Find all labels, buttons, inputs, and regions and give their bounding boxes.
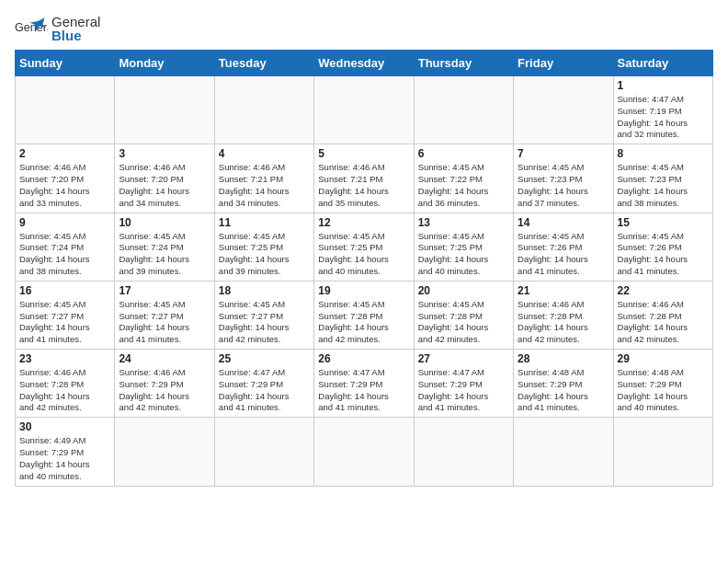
day-cell: 30Sunrise: 4:49 AM Sunset: 7:29 PM Dayli…	[16, 418, 115, 486]
header-row: SundayMondayTuesdayWednesdayThursdayFrid…	[16, 51, 713, 76]
calendar-header: SundayMondayTuesdayWednesdayThursdayFrid…	[16, 51, 713, 76]
day-cell: 11Sunrise: 4:45 AM Sunset: 7:25 PM Dayli…	[214, 213, 313, 281]
day-cell: 19Sunrise: 4:45 AM Sunset: 7:28 PM Dayli…	[314, 281, 414, 349]
day-info: Sunrise: 4:45 AM Sunset: 7:26 PM Dayligh…	[618, 231, 709, 278]
day-cell	[16, 76, 115, 144]
day-cell	[414, 418, 513, 486]
logo-text-blue: Blue	[51, 29, 100, 42]
day-info: Sunrise: 4:45 AM Sunset: 7:27 PM Dayligh…	[119, 299, 210, 346]
header: General General Blue	[15, 15, 713, 42]
day-cell: 28Sunrise: 4:48 AM Sunset: 7:29 PM Dayli…	[514, 350, 613, 418]
day-number: 29	[618, 352, 709, 365]
day-cell: 18Sunrise: 4:45 AM Sunset: 7:27 PM Dayli…	[214, 281, 313, 349]
day-number: 18	[219, 284, 310, 297]
day-info: Sunrise: 4:46 AM Sunset: 7:28 PM Dayligh…	[518, 299, 609, 346]
day-info: Sunrise: 4:45 AM Sunset: 7:27 PM Dayligh…	[219, 299, 310, 346]
day-cell: 13Sunrise: 4:45 AM Sunset: 7:25 PM Dayli…	[414, 213, 513, 281]
day-number: 9	[19, 216, 110, 229]
header-cell-saturday: Saturday	[613, 51, 712, 76]
day-cell: 2Sunrise: 4:46 AM Sunset: 7:20 PM Daylig…	[16, 144, 115, 213]
week-row-3: 16Sunrise: 4:45 AM Sunset: 7:27 PM Dayli…	[16, 281, 713, 349]
day-cell: 14Sunrise: 4:45 AM Sunset: 7:26 PM Dayli…	[514, 213, 613, 281]
day-cell: 24Sunrise: 4:46 AM Sunset: 7:29 PM Dayli…	[115, 350, 214, 418]
day-number: 3	[119, 147, 210, 160]
day-cell	[514, 76, 613, 144]
day-cell: 15Sunrise: 4:45 AM Sunset: 7:26 PM Dayli…	[613, 213, 712, 281]
day-info: Sunrise: 4:45 AM Sunset: 7:25 PM Dayligh…	[318, 231, 409, 278]
day-info: Sunrise: 4:46 AM Sunset: 7:20 PM Dayligh…	[119, 162, 210, 209]
day-info: Sunrise: 4:46 AM Sunset: 7:20 PM Dayligh…	[19, 162, 110, 209]
day-number: 5	[318, 147, 409, 160]
day-number: 22	[618, 284, 709, 297]
day-info: Sunrise: 4:47 AM Sunset: 7:29 PM Dayligh…	[219, 367, 310, 414]
day-number: 21	[518, 284, 609, 297]
day-number: 20	[418, 284, 509, 297]
day-info: Sunrise: 4:46 AM Sunset: 7:21 PM Dayligh…	[219, 162, 310, 209]
day-number: 17	[119, 284, 210, 297]
day-cell	[214, 418, 313, 486]
day-number: 7	[518, 147, 609, 160]
day-number: 16	[19, 284, 110, 297]
day-info: Sunrise: 4:45 AM Sunset: 7:23 PM Dayligh…	[618, 162, 709, 209]
day-info: Sunrise: 4:47 AM Sunset: 7:19 PM Dayligh…	[618, 94, 709, 141]
day-cell: 21Sunrise: 4:46 AM Sunset: 7:28 PM Dayli…	[514, 281, 613, 349]
day-number: 28	[518, 352, 609, 365]
logo: General General Blue	[15, 15, 100, 42]
day-info: Sunrise: 4:46 AM Sunset: 7:29 PM Dayligh…	[119, 367, 210, 414]
day-cell: 9Sunrise: 4:45 AM Sunset: 7:24 PM Daylig…	[16, 213, 115, 281]
day-cell: 6Sunrise: 4:45 AM Sunset: 7:22 PM Daylig…	[414, 144, 513, 213]
day-number: 6	[418, 147, 509, 160]
day-cell: 4Sunrise: 4:46 AM Sunset: 7:21 PM Daylig…	[214, 144, 313, 213]
day-cell: 12Sunrise: 4:45 AM Sunset: 7:25 PM Dayli…	[314, 213, 414, 281]
day-cell: 10Sunrise: 4:45 AM Sunset: 7:24 PM Dayli…	[115, 213, 214, 281]
day-number: 12	[318, 216, 409, 229]
day-number: 14	[518, 216, 609, 229]
day-info: Sunrise: 4:46 AM Sunset: 7:28 PM Dayligh…	[618, 299, 709, 346]
header-cell-friday: Friday	[514, 51, 613, 76]
day-info: Sunrise: 4:47 AM Sunset: 7:29 PM Dayligh…	[318, 367, 409, 414]
day-cell: 5Sunrise: 4:46 AM Sunset: 7:21 PM Daylig…	[314, 144, 414, 213]
day-cell: 27Sunrise: 4:47 AM Sunset: 7:29 PM Dayli…	[414, 350, 513, 418]
day-cell	[613, 418, 712, 486]
day-cell: 25Sunrise: 4:47 AM Sunset: 7:29 PM Dayli…	[214, 350, 313, 418]
day-info: Sunrise: 4:45 AM Sunset: 7:25 PM Dayligh…	[418, 231, 509, 278]
week-row-4: 23Sunrise: 4:46 AM Sunset: 7:28 PM Dayli…	[16, 350, 713, 418]
calendar-table: SundayMondayTuesdayWednesdayThursdayFrid…	[15, 50, 713, 487]
day-info: Sunrise: 4:45 AM Sunset: 7:28 PM Dayligh…	[318, 299, 409, 346]
day-cell: 17Sunrise: 4:45 AM Sunset: 7:27 PM Dayli…	[115, 281, 214, 349]
header-cell-thursday: Thursday	[414, 51, 513, 76]
day-cell	[214, 76, 313, 144]
day-info: Sunrise: 4:45 AM Sunset: 7:26 PM Dayligh…	[518, 231, 609, 278]
day-number: 26	[318, 352, 409, 365]
day-cell: 3Sunrise: 4:46 AM Sunset: 7:20 PM Daylig…	[115, 144, 214, 213]
day-cell: 16Sunrise: 4:45 AM Sunset: 7:27 PM Dayli…	[16, 281, 115, 349]
day-info: Sunrise: 4:48 AM Sunset: 7:29 PM Dayligh…	[618, 367, 709, 414]
logo-icon: General	[15, 16, 48, 41]
day-cell	[115, 418, 214, 486]
week-row-2: 9Sunrise: 4:45 AM Sunset: 7:24 PM Daylig…	[16, 213, 713, 281]
day-cell	[514, 418, 613, 486]
day-cell	[414, 76, 513, 144]
day-info: Sunrise: 4:45 AM Sunset: 7:24 PM Dayligh…	[119, 231, 210, 278]
day-info: Sunrise: 4:45 AM Sunset: 7:27 PM Dayligh…	[19, 299, 110, 346]
day-cell: 7Sunrise: 4:45 AM Sunset: 7:23 PM Daylig…	[514, 144, 613, 213]
day-info: Sunrise: 4:46 AM Sunset: 7:21 PM Dayligh…	[318, 162, 409, 209]
header-cell-tuesday: Tuesday	[214, 51, 313, 76]
page-container: General General Blue SundayMondayTuesday…	[15, 15, 713, 487]
day-cell: 22Sunrise: 4:46 AM Sunset: 7:28 PM Dayli…	[613, 281, 712, 349]
header-cell-monday: Monday	[115, 51, 214, 76]
day-info: Sunrise: 4:45 AM Sunset: 7:25 PM Dayligh…	[219, 231, 310, 278]
day-number: 15	[618, 216, 709, 229]
day-info: Sunrise: 4:45 AM Sunset: 7:24 PM Dayligh…	[19, 231, 110, 278]
header-cell-sunday: Sunday	[16, 51, 115, 76]
calendar-body: 1Sunrise: 4:47 AM Sunset: 7:19 PM Daylig…	[16, 76, 713, 487]
day-number: 27	[418, 352, 509, 365]
day-number: 1	[618, 79, 709, 92]
day-info: Sunrise: 4:49 AM Sunset: 7:29 PM Dayligh…	[19, 435, 110, 482]
day-cell	[314, 418, 414, 486]
day-number: 4	[219, 147, 310, 160]
day-cell: 23Sunrise: 4:46 AM Sunset: 7:28 PM Dayli…	[16, 350, 115, 418]
day-info: Sunrise: 4:45 AM Sunset: 7:22 PM Dayligh…	[418, 162, 509, 209]
day-number: 2	[19, 147, 110, 160]
week-row-0: 1Sunrise: 4:47 AM Sunset: 7:19 PM Daylig…	[16, 76, 713, 144]
